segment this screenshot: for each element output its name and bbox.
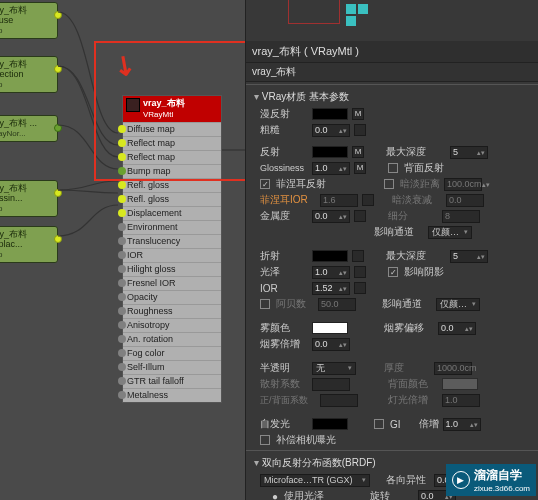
panel-subtitle[interactable]: vray_布料 — [246, 63, 538, 82]
label-fresnel: 菲涅耳反射 — [276, 177, 332, 191]
map-glossiness-button[interactable]: M — [354, 162, 366, 174]
label-affect-shadow: 影响阴影 — [404, 265, 444, 279]
slot-an-rotation[interactable]: An. rotation — [123, 332, 221, 346]
label-glossiness: Glossiness — [260, 163, 308, 173]
swatch-diffuse[interactable] — [312, 108, 348, 120]
material-node-vraymtl[interactable]: vray_布料 VRayMtl Diffuse map Reflect map … — [122, 95, 222, 403]
spinner-abbe: 50.0 — [318, 298, 356, 311]
select-affect-channel[interactable]: 仅颜… — [428, 226, 472, 239]
spinner-fogmul[interactable]: 0.0▴▾ — [312, 338, 350, 351]
slot-gtr-tail-falloff[interactable]: GTR tail falloff — [123, 374, 221, 388]
slot-reflect-map[interactable]: Reflect map — [123, 136, 221, 150]
properties-panel: vray_布料 ( VRayMtl ) vray_布料 VRay材质 基本参数 … — [245, 0, 538, 500]
slot-self-illum[interactable]: Self-Illum — [123, 360, 221, 374]
slot-fresnel-ior[interactable]: Fresnel IOR — [123, 276, 221, 290]
material-node-header[interactable]: vray_布料 VRayMtl — [123, 96, 221, 122]
spinner-metalness[interactable]: 0.0▴▾ — [312, 210, 350, 223]
spinner-gloss2[interactable]: 1.0▴▾ — [312, 266, 350, 279]
checkbox-compensate[interactable] — [260, 435, 270, 445]
slot-reflect-map2[interactable]: Reflect map — [123, 150, 221, 164]
material-name: vray_布料 — [143, 98, 185, 108]
checkbox-dimdist[interactable] — [384, 179, 394, 189]
checkbox-fresnel[interactable] — [260, 179, 270, 189]
label-gi: GI — [390, 419, 401, 430]
map-roughness-button[interactable] — [354, 124, 366, 136]
label-ior: IOR — [260, 283, 308, 294]
spinner-subdiv: 8 — [442, 210, 480, 223]
select-refract-channel[interactable]: 仅颜… — [436, 298, 480, 311]
spinner-ior[interactable]: 1.52▴▾ — [312, 282, 350, 295]
spinner-dimfall[interactable]: 0.0 — [446, 194, 484, 207]
spinner-scatter — [312, 378, 350, 391]
material-swatch — [126, 98, 140, 112]
checkbox-gi[interactable] — [374, 419, 384, 429]
label-use-gloss[interactable]: 使用光泽 — [284, 489, 324, 500]
swatch-fog[interactable] — [312, 322, 348, 334]
node-reflection-map[interactable]: vray_布料 reflectionmap — [0, 56, 58, 93]
spinner-fb — [320, 394, 358, 407]
label-fogbias: 烟雾偏移 — [384, 321, 434, 335]
node-displace-map[interactable]: vray_布料 displac...map — [0, 226, 58, 263]
label-fog: 雾颜色 — [260, 321, 308, 335]
checkbox-affect-shadow[interactable] — [388, 267, 398, 277]
slot-environment[interactable]: Environment — [123, 220, 221, 234]
node-graph[interactable]: vray_布料 diffusemap vray_布料 reflectionmap… — [0, 0, 245, 500]
spinner-dimdist[interactable]: 100.0cm▴▾ — [444, 178, 482, 191]
node-diffuse-map[interactable]: vray_布料 diffusemap — [0, 2, 58, 39]
spinner-fogbias[interactable]: 0.0▴▾ — [438, 322, 476, 335]
swatch-refract[interactable] — [312, 250, 348, 262]
label-metalness: 金属度 — [260, 209, 308, 223]
swatch-backcolor — [442, 378, 478, 390]
checkbox-backref[interactable] — [388, 163, 398, 173]
map-refract-button[interactable] — [352, 250, 364, 262]
slot-bump-map[interactable]: Bump map — [123, 164, 221, 178]
select-translucent[interactable]: 无 — [312, 362, 356, 375]
label-thickness: 厚度 — [384, 361, 430, 375]
map-reflect-button[interactable]: M — [352, 146, 364, 158]
slot-displacement[interactable]: Displacement — [123, 206, 221, 220]
slot-hilight-gloss[interactable]: Hilight gloss — [123, 262, 221, 276]
label-translucent: 半透明 — [260, 361, 308, 375]
select-brdf-type[interactable]: Microface…TR (GGX) — [260, 474, 370, 487]
label-refract-channel: 影响通道 — [382, 297, 432, 311]
map-diffuse-button[interactable]: M — [352, 108, 364, 120]
label-selfillum: 自发光 — [260, 417, 308, 431]
map-fior-button[interactable] — [362, 194, 374, 206]
swatch-selfillum[interactable] — [312, 418, 348, 430]
label-fogmul: 烟雾倍增 — [260, 337, 308, 351]
map-ior-button[interactable] — [354, 282, 366, 294]
label-backcolor: 背面颜色 — [388, 377, 438, 391]
slot-anisotropy[interactable]: Anisotropy — [123, 318, 221, 332]
spinner-roughness[interactable]: 0.0▴▾ — [312, 124, 350, 137]
spinner-fresnel-ior: 1.6 — [320, 194, 358, 207]
spinner-thickness: 1000.0cm — [434, 362, 472, 375]
slot-fog-color[interactable]: Fog color — [123, 346, 221, 360]
label-fb: 正/背面系数 — [260, 394, 316, 407]
label-dimdist: 暗淡距离 — [400, 177, 440, 191]
slot-metalness[interactable]: Metalness — [123, 388, 221, 402]
label-lightmul: 灯光倍增 — [388, 393, 438, 407]
spinner-refract-maxdepth[interactable]: 5▴▾ — [450, 250, 488, 263]
watermark: ▶ 溜溜自学 zixue.3d66.com — [446, 464, 536, 496]
slot-ior[interactable]: IOR — [123, 248, 221, 262]
slot-translucency[interactable]: Translucency — [123, 234, 221, 248]
label-diffuse: 漫反射 — [260, 107, 308, 121]
spinner-glossiness[interactable]: 1.0▴▾ — [312, 162, 350, 175]
swatch-reflect[interactable] — [312, 146, 348, 158]
spinner-selfmul[interactable]: 1.0▴▾ — [443, 418, 481, 431]
section-basic-params[interactable]: VRay材质 基本参数 — [246, 88, 538, 106]
label-maxdepth: 最大深度 — [386, 145, 446, 159]
spinner-reflect-maxdepth[interactable]: 5▴▾ — [450, 146, 488, 159]
map-gloss2-button[interactable] — [354, 266, 366, 278]
map-metalness-button[interactable] — [354, 210, 366, 222]
slot-opacity[interactable]: Opacity — [123, 290, 221, 304]
slot-diffuse-map[interactable]: Diffuse map — [123, 122, 221, 136]
label-dimfall: 暗淡衰减 — [392, 193, 442, 207]
slot-refl-gloss[interactable]: Refl. gloss — [123, 178, 221, 192]
node-glossiness-map[interactable]: vray_布料 glossin...map — [0, 180, 58, 217]
slot-roughness[interactable]: Roughness — [123, 304, 221, 318]
label-aniso: 各向异性 — [386, 473, 430, 487]
checkbox-abbe[interactable] — [260, 299, 270, 309]
node-normal[interactable]: vray_布料 ...VRayNor... — [0, 115, 58, 142]
slot-refl-gloss2[interactable]: Refl. gloss — [123, 192, 221, 206]
